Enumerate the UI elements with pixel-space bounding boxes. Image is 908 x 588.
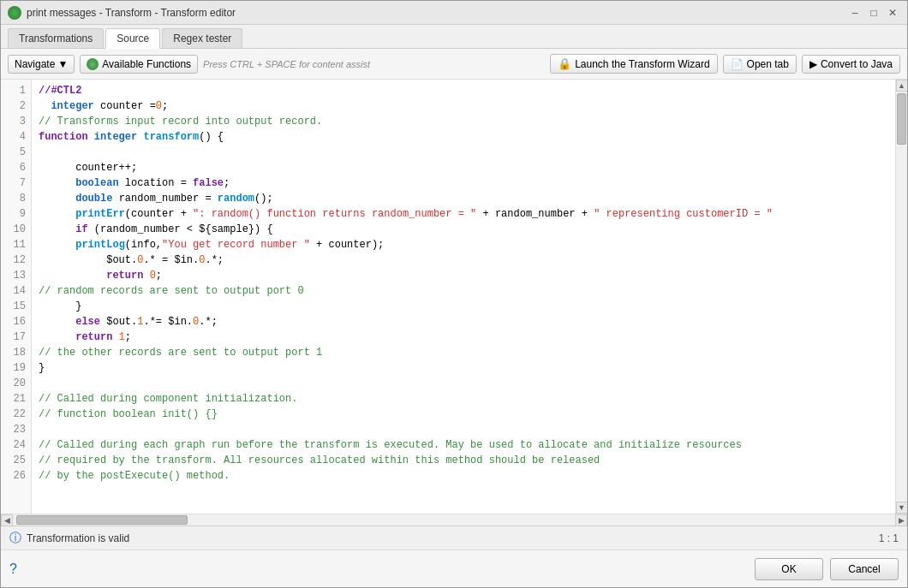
functions-icon [87, 58, 99, 70]
status-text: Transformation is valid [27, 532, 129, 544]
tab-source[interactable]: Source [105, 28, 160, 49]
scroll-track[interactable] [896, 92, 907, 502]
footer-bar: ? OK Cancel [1, 549, 907, 587]
window-controls: – □ ✕ [847, 5, 900, 21]
status-left: ⓘ Transformation is valid [9, 531, 129, 546]
close-button[interactable]: ✕ [885, 5, 900, 21]
line-numbers: 12345 678910 1112131415 1617181920 21222… [1, 80, 32, 514]
launch-wizard-label: Launch the Transform Wizard [575, 58, 709, 70]
navigate-label: Navigate [15, 58, 55, 70]
vertical-scrollbar[interactable]: ▲ ▼ [895, 80, 907, 514]
status-bar: ⓘ Transformation is valid 1 : 1 [1, 526, 907, 549]
scroll-h-track[interactable] [13, 514, 895, 526]
available-functions-button[interactable]: Available Functions [80, 55, 198, 74]
window-title: print messages - Transform - Transform e… [27, 7, 236, 19]
content-assist-hint: Press CTRL + SPACE for content assist [203, 59, 370, 69]
horizontal-scrollbar[interactable]: ◀ ▶ [1, 514, 907, 526]
available-functions-label: Available Functions [102, 58, 191, 70]
main-window: print messages - Transform - Transform e… [0, 0, 908, 588]
info-icon: ⓘ [9, 531, 21, 546]
wizard-icon: 🔒 [558, 57, 571, 70]
scroll-up-arrow[interactable]: ▲ [896, 80, 908, 92]
scroll-right-arrow[interactable]: ▶ [895, 514, 907, 526]
navigate-chevron-icon: ▼ [57, 58, 68, 70]
scroll-left-arrow[interactable]: ◀ [1, 514, 13, 526]
tab-regex-tester[interactable]: Regex tester [162, 28, 242, 48]
open-tab-label: Open tab [747, 58, 789, 70]
title-bar: print messages - Transform - Transform e… [1, 1, 907, 25]
toolbar-left: Navigate ▼ Available Functions Press CTR… [8, 55, 545, 74]
help-icon[interactable]: ? [9, 561, 17, 577]
scroll-thumb[interactable] [897, 93, 906, 145]
convert-java-icon: ▶ [809, 58, 817, 70]
title-bar-left: print messages - Transform - Transform e… [8, 6, 236, 20]
scroll-down-arrow[interactable]: ▼ [896, 502, 908, 514]
convert-java-label: Convert to Java [821, 58, 893, 70]
tab-transformations[interactable]: Transformations [8, 28, 104, 48]
open-tab-button[interactable]: 📄 Open tab [723, 55, 797, 74]
open-tab-icon: 📄 [731, 58, 744, 70]
toolbar: Navigate ▼ Available Functions Press CTR… [1, 49, 907, 80]
minimize-button[interactable]: – [847, 5, 863, 21]
scroll-h-thumb[interactable] [16, 515, 188, 525]
convert-java-button[interactable]: ▶ Convert to Java [802, 55, 900, 74]
cursor-position: 1 : 1 [879, 532, 899, 544]
tabs-bar: Transformations Source Regex tester [1, 25, 907, 49]
toolbar-right: 🔒 Launch the Transform Wizard 📄 Open tab… [550, 54, 900, 74]
footer-buttons: OK Cancel [755, 558, 899, 580]
code-editor[interactable]: //#CTL2 integer counter =0; // Transform… [32, 80, 895, 514]
ok-button[interactable]: OK [755, 558, 823, 580]
cancel-button[interactable]: Cancel [830, 558, 899, 580]
navigate-button[interactable]: Navigate ▼ [8, 55, 75, 74]
editor-area: 12345 678910 1112131415 1617181920 21222… [1, 80, 907, 514]
app-icon [8, 6, 21, 20]
maximize-button[interactable]: □ [866, 5, 881, 21]
launch-wizard-button[interactable]: 🔒 Launch the Transform Wizard [550, 54, 717, 74]
